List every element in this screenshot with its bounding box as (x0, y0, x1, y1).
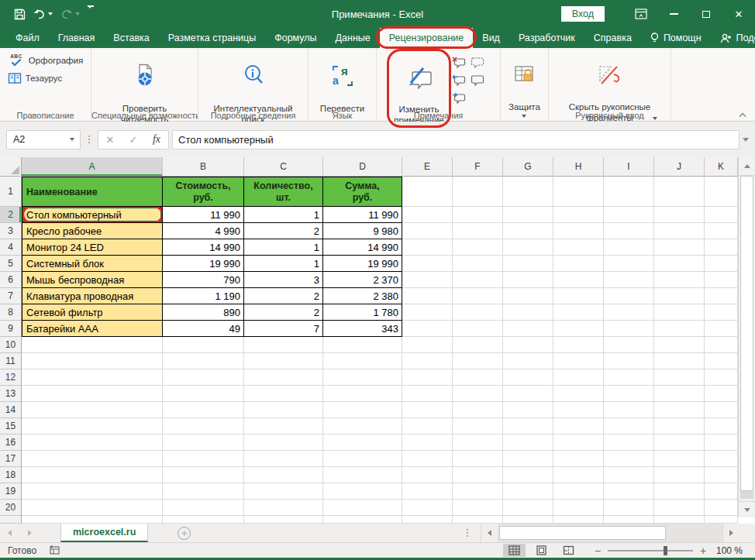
cell-H19[interactable] (553, 483, 604, 500)
cell-I7[interactable] (604, 288, 654, 304)
vertical-scrollbar-thumb[interactable] (740, 176, 753, 491)
scroll-left-button[interactable] (481, 524, 498, 542)
cell-A13[interactable] (22, 386, 163, 402)
cell-F1[interactable] (453, 177, 503, 207)
cell-B4[interactable]: 14 990 (163, 239, 244, 256)
cell-G12[interactable] (503, 369, 553, 386)
cell-B2[interactable]: 11 990 (163, 207, 244, 223)
cell-C20[interactable] (244, 500, 323, 516)
cell-F21[interactable] (453, 516, 503, 524)
cell-J21[interactable] (654, 516, 705, 524)
thesaurus-button[interactable]: Тезаурус (5, 72, 65, 84)
cell-H8[interactable] (553, 304, 604, 321)
next-comment-button[interactable] (450, 89, 468, 107)
insert-function-button[interactable]: fx (145, 133, 168, 146)
cell-K20[interactable] (705, 500, 738, 516)
cell-F17[interactable] (453, 451, 503, 467)
close-button[interactable]: ✕ (722, 0, 755, 28)
cell-J3[interactable] (654, 223, 705, 239)
cell-C3[interactable]: 2 (244, 223, 323, 239)
cell-A4[interactable]: Монитор 24 LED (22, 239, 163, 256)
macro-record-button[interactable] (49, 545, 60, 555)
cell-J14[interactable] (654, 402, 705, 418)
cell-F15[interactable] (453, 418, 503, 435)
cell-J10[interactable] (654, 337, 705, 353)
cell-E15[interactable] (402, 418, 453, 435)
cell-J5[interactable] (654, 256, 705, 272)
translate-button[interactable]: яа Перевести (316, 50, 368, 114)
cell-G15[interactable] (503, 418, 553, 435)
cell-G13[interactable] (503, 386, 553, 402)
cell-C2[interactable]: 1 (244, 207, 323, 223)
cell-C8[interactable]: 2 (244, 304, 323, 321)
cell-K18[interactable] (705, 467, 738, 483)
zoom-out-button[interactable]: − (594, 545, 602, 557)
tab-главная[interactable]: Главная (49, 28, 105, 48)
cell-I10[interactable] (604, 337, 654, 353)
tab-вид[interactable]: Вид (473, 28, 509, 48)
cell-A5[interactable]: Системный блок (22, 256, 163, 272)
cell-I9[interactable] (604, 321, 654, 337)
cell-F4[interactable] (453, 239, 503, 256)
cell-F12[interactable] (453, 369, 503, 386)
cell-C19[interactable] (244, 483, 323, 500)
column-header-K[interactable]: K (705, 157, 738, 177)
cell-B15[interactable] (163, 418, 244, 435)
cell-G3[interactable] (503, 223, 553, 239)
cell-E5[interactable] (402, 256, 453, 272)
cell-E3[interactable] (402, 223, 453, 239)
cell-G11[interactable] (503, 353, 553, 369)
row-header-6[interactable]: 6 (0, 272, 22, 288)
cell-F9[interactable] (453, 321, 503, 337)
cell-A14[interactable] (22, 402, 163, 418)
cell-D9[interactable]: 343 (323, 321, 402, 337)
cell-G6[interactable] (503, 272, 553, 288)
tab-справка[interactable]: Справка (584, 28, 641, 48)
cell-K14[interactable] (705, 402, 738, 418)
column-header-H[interactable]: H (553, 157, 604, 177)
cell-G2[interactable] (503, 207, 553, 223)
column-header-D[interactable]: D (323, 157, 402, 177)
cell-K15[interactable] (705, 418, 738, 435)
row-header-11[interactable]: 11 (0, 353, 22, 369)
row-header-10[interactable]: 10 (0, 337, 22, 353)
cell-A18[interactable] (22, 467, 163, 483)
cell-B21[interactable] (163, 516, 244, 524)
cell-F2[interactable] (453, 207, 503, 223)
cell-J18[interactable] (654, 467, 705, 483)
column-header-B[interactable]: B (163, 157, 244, 177)
cell-J13[interactable] (654, 386, 705, 402)
cell-I21[interactable] (604, 516, 654, 524)
cell-A10[interactable] (22, 337, 163, 353)
cell-B14[interactable] (163, 402, 244, 418)
cell-K6[interactable] (705, 272, 738, 288)
cell-H12[interactable] (553, 369, 604, 386)
row-header-1[interactable]: 1 (0, 177, 22, 207)
cell-C9[interactable]: 7 (244, 321, 323, 337)
cell-J4[interactable] (654, 239, 705, 256)
normal-view-button[interactable] (503, 544, 526, 557)
cell-D8[interactable]: 1 780 (323, 304, 402, 321)
cell-H16[interactable] (553, 435, 604, 451)
select-all-button[interactable] (0, 157, 22, 177)
cell-H7[interactable] (553, 288, 604, 304)
cell-G5[interactable] (503, 256, 553, 272)
row-header-17[interactable]: 17 (0, 451, 22, 467)
column-header-E[interactable]: E (402, 157, 453, 177)
cell-D2[interactable]: 11 990 (323, 207, 402, 223)
column-header-J[interactable]: J (654, 157, 705, 177)
cell-E6[interactable] (402, 272, 453, 288)
cell-H2[interactable] (553, 207, 604, 223)
cell-J9[interactable] (654, 321, 705, 337)
formula-input[interactable]: Стол компьютерный (172, 130, 739, 149)
cell-J19[interactable] (654, 483, 705, 500)
cell-G16[interactable] (503, 435, 553, 451)
cell-E1[interactable] (402, 177, 453, 207)
cell-E16[interactable] (402, 435, 453, 451)
cell-F11[interactable] (453, 353, 503, 369)
cell-G18[interactable] (503, 467, 553, 483)
cell-A6[interactable]: Мышь беспроводная (22, 272, 163, 288)
horizontal-scrollbar-thumb[interactable] (499, 526, 666, 540)
cell-E20[interactable] (402, 500, 453, 516)
row-header-14[interactable]: 14 (0, 402, 22, 418)
